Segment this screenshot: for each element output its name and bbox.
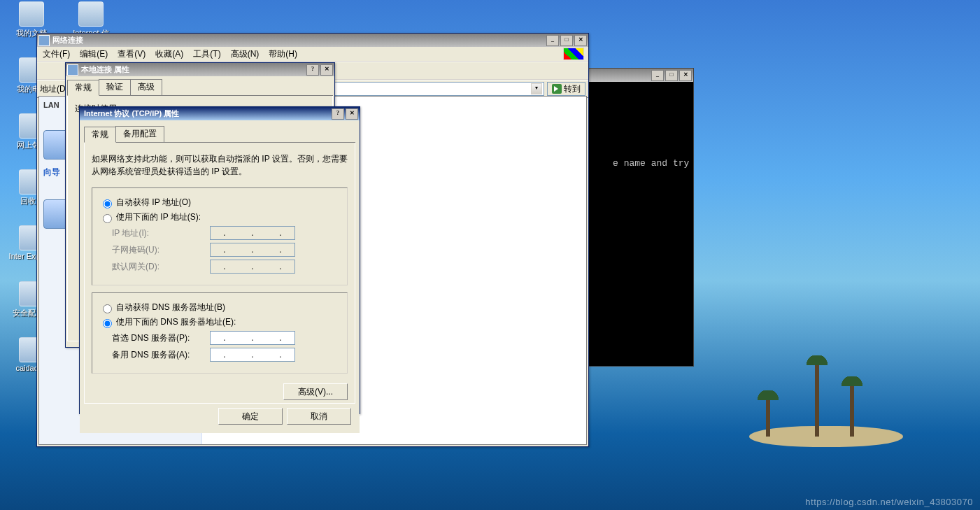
tab-alt-config[interactable]: 备用配置 <box>115 126 164 142</box>
maximize-button[interactable]: □ <box>560 35 573 46</box>
radio-manual-ip[interactable]: 使用下面的 IP 地址(S): <box>99 211 340 223</box>
menu-view[interactable]: 查看(V) <box>115 48 148 61</box>
watermark: https://blog.csdn.net/weixin_43803070 <box>805 497 973 507</box>
ok-button[interactable]: 确定 <box>218 408 283 425</box>
dns1-row: 首选 DNS 服务器(P): ... <box>112 331 340 345</box>
radio-auto-dns[interactable]: 自动获得 DNS 服务器地址(B) <box>99 302 340 313</box>
minimize-button[interactable]: _ <box>546 35 559 46</box>
connection-icon <box>67 64 78 76</box>
explorer-titlebar[interactable]: 网络连接 _ □ ✕ <box>37 34 588 47</box>
tcpip-title: Internet 协议 (TCP/IP) 属性 <box>81 108 332 119</box>
ip-address-row: IP 地址(I): ... <box>112 226 340 240</box>
wallpaper-palm <box>766 395 770 437</box>
radio-manual-ip-input[interactable] <box>103 214 112 223</box>
propdlg-title: 本地连接 属性 <box>81 64 306 75</box>
go-label: 转到 <box>564 83 581 95</box>
help-button[interactable]: ? <box>306 64 319 76</box>
radio-manual-dns-input[interactable] <box>103 319 112 328</box>
globe-icon <box>78 1 104 27</box>
tab-auth[interactable]: 验证 <box>99 79 131 95</box>
menu-help[interactable]: 帮助(H) <box>266 48 300 61</box>
menu-edit[interactable]: 编辑(E) <box>77 48 111 61</box>
dns2-row: 备用 DNS 服务器(A): ... <box>112 348 340 362</box>
maximize-button[interactable]: □ <box>665 70 678 81</box>
gateway-row: 默认网关(D): ... <box>112 260 340 274</box>
cancel-button[interactable]: 取消 <box>287 408 351 425</box>
close-button[interactable]: ✕ <box>574 35 587 46</box>
ip-label: IP 地址(I): <box>112 227 210 239</box>
menu-tools[interactable]: 工具(T) <box>190 48 223 61</box>
close-button[interactable]: ✕ <box>320 64 333 76</box>
gateway-label: 默认网关(D): <box>112 261 210 273</box>
radio-label: 使用下面的 DNS 服务器地址(E): <box>116 316 236 328</box>
tcpip-properties-dialog[interactable]: Internet 协议 (TCP/IP) 属性 ? ✕ 常规 备用配置 如果网络… <box>79 106 360 414</box>
subnet-label: 子网掩码(U): <box>112 244 210 256</box>
minimize-button[interactable]: _ <box>651 70 664 81</box>
tcpip-tabs: 常规 备用配置 <box>84 126 355 143</box>
tab-general[interactable]: 常规 <box>67 80 99 96</box>
explorer-title: 网络连接 <box>52 35 546 45</box>
address-label: 地址(D) <box>40 83 69 95</box>
radio-label: 自动获得 IP 地址(O) <box>116 197 191 208</box>
radio-manual-dns[interactable]: 使用下面的 DNS 服务器地址(E): <box>99 316 340 328</box>
wallpaper-palm <box>850 381 854 437</box>
dns1-label: 首选 DNS 服务器(P): <box>112 332 210 344</box>
go-button[interactable]: 转到 <box>547 82 585 96</box>
wallpaper-island <box>749 426 903 447</box>
menu-advanced[interactable]: 高级(N) <box>228 48 262 61</box>
gateway-input: ... <box>210 260 295 274</box>
tcpip-titlebar[interactable]: Internet 协议 (TCP/IP) 属性 ? ✕ <box>80 107 360 120</box>
help-button[interactable]: ? <box>332 108 344 120</box>
radio-auto-ip[interactable]: 自动获得 IP 地址(O) <box>99 197 340 208</box>
dns-group: 自动获得 DNS 服务器地址(B) 使用下面的 DNS 服务器地址(E): 首选… <box>92 292 348 374</box>
dropdown-icon[interactable]: ▾ <box>531 83 542 94</box>
dns2-input[interactable]: ... <box>210 348 295 362</box>
subnet-row: 子网掩码(U): ... <box>112 243 340 257</box>
propdlg-tabs: 常规 验证 高级 <box>67 79 333 96</box>
ip-address-input: ... <box>210 226 295 240</box>
dns2-label: 备用 DNS 服务器(A): <box>112 349 210 361</box>
ip-group: 自动获得 IP 地址(O) 使用下面的 IP 地址(S): IP 地址(I): … <box>92 187 348 285</box>
windows-logo-icon <box>563 48 584 60</box>
close-button[interactable]: ✕ <box>346 108 358 120</box>
tab-advanced[interactable]: 高级 <box>130 79 162 95</box>
explorer-menubar: 文件(F) 编辑(E) 查看(V) 收藏(A) 工具(T) 高级(N) 帮助(H… <box>37 47 588 62</box>
tcpip-description: 如果网络支持此功能，则可以获取自动指派的 IP 设置。否则，您需要从网络系统管理… <box>92 153 348 178</box>
radio-label: 自动获得 DNS 服务器地址(B) <box>116 302 225 313</box>
radio-auto-ip-input[interactable] <box>103 199 112 208</box>
advanced-button[interactable]: 高级(V)... <box>283 383 348 400</box>
close-button[interactable]: ✕ <box>679 70 692 81</box>
wallpaper-palm <box>815 360 819 437</box>
folder-icon <box>19 1 44 27</box>
tab-general[interactable]: 常规 <box>84 127 116 143</box>
menu-favorites[interactable]: 收藏(A) <box>152 48 186 61</box>
dns1-input[interactable]: ... <box>210 331 295 345</box>
menu-file[interactable]: 文件(F) <box>40 48 73 61</box>
radio-label: 使用下面的 IP 地址(S): <box>116 211 201 223</box>
subnet-input: ... <box>210 243 295 257</box>
dialog-buttons: 确定 取消 <box>84 404 355 429</box>
network-icon <box>38 35 50 46</box>
wizard-heading: 向导 <box>43 167 60 177</box>
propdlg-titlebar[interactable]: 本地连接 属性 ? ✕ <box>66 63 334 76</box>
arrow-right-icon <box>552 84 562 94</box>
radio-auto-dns-input[interactable] <box>103 304 112 313</box>
